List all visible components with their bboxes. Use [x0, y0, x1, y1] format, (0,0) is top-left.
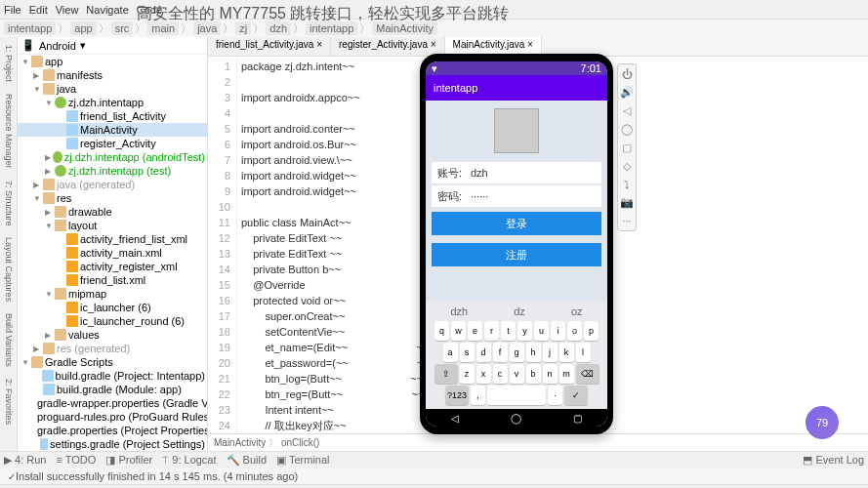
tree-node[interactable]: ▼res [18, 191, 207, 205]
emu-sidebar-btn[interactable]: ··· [622, 215, 631, 226]
floating-badge[interactable]: 79 [806, 406, 839, 439]
key[interactable]: r [484, 321, 499, 341]
rail-tab[interactable]: 2: Favorites [3, 375, 15, 428]
tree-node[interactable]: friend_list_Activity [18, 109, 207, 123]
tree-node[interactable]: ▶res (generated) [18, 342, 207, 355]
key[interactable]: ⇧ [434, 364, 458, 384]
key[interactable]: i [551, 321, 565, 341]
soft-keyboard[interactable]: dzhdzoz qwertyuiop asdfghjkl ⇧zxcvbnm⌫ ?… [426, 302, 607, 409]
tree-node[interactable]: ▶manifests [18, 68, 207, 82]
editor-tab[interactable]: register_Activity.java × [331, 37, 445, 56]
key[interactable]: ✓ [564, 386, 588, 405]
nav-back[interactable]: ◁ [451, 413, 459, 424]
key[interactable]: h [526, 343, 541, 362]
avatar-image[interactable] [494, 108, 539, 153]
tree-node[interactable]: ic_launcher_round (6) [18, 314, 207, 328]
emu-sidebar-btn[interactable]: ▢ [622, 142, 632, 154]
rail-tab[interactable]: 1: Project [3, 41, 15, 86]
key[interactable]: w [451, 321, 466, 341]
tree-node[interactable]: activity_register_xml [18, 260, 207, 273]
bottom-tab[interactable]: 🔨 Build [227, 454, 268, 466]
key[interactable]: · [548, 386, 562, 405]
tree-node[interactable]: build.gradle (Module: app) [18, 383, 207, 396]
rail-tab[interactable]: Build Variants [3, 309, 15, 371]
key[interactable]: t [501, 321, 516, 341]
rail-tab[interactable]: Layout Captures [3, 233, 15, 305]
key[interactable]: k [559, 343, 574, 362]
tree-node[interactable]: ▼zj.dzh.intentapp [18, 96, 207, 109]
bottom-tab[interactable]: ⍑ 9: Logcat [162, 454, 216, 466]
tree-node[interactable]: ▼Gradle Scripts [18, 355, 207, 369]
menu-edit[interactable]: Edit [29, 4, 48, 16]
tree-node[interactable]: ▼java [18, 82, 207, 96]
key[interactable]: u [534, 321, 549, 341]
event-log-tab[interactable]: ⬒ Event Log [803, 454, 864, 467]
key[interactable]: j [543, 343, 558, 362]
nav-recent[interactable]: ▢ [573, 413, 582, 424]
emu-sidebar-btn[interactable]: ◁ [623, 104, 631, 117]
key[interactable]: x [476, 364, 491, 384]
key[interactable]: ⌫ [576, 364, 599, 384]
key[interactable]: s [460, 343, 475, 362]
tree-node[interactable]: ▶zj.dzh.intentapp (androidTest) [18, 150, 207, 164]
key[interactable] [487, 386, 546, 405]
bottom-tab[interactable]: ▣ Terminal [276, 454, 329, 466]
tree-node[interactable]: ▶drawable [18, 205, 207, 219]
rail-tab[interactable]: Resource Manager [3, 90, 15, 173]
key[interactable]: o [567, 321, 582, 341]
key[interactable]: g [510, 343, 524, 362]
key[interactable]: d [476, 343, 491, 362]
password-field[interactable]: 密码:······ [432, 185, 601, 207]
emu-sidebar-btn[interactable]: 📷 [620, 196, 634, 209]
crumb-item[interactable]: app [70, 21, 96, 35]
tree-node[interactable]: activity_main.xml [18, 246, 207, 260]
crumb-item[interactable]: intentapp [4, 21, 56, 35]
key[interactable]: b [526, 364, 541, 384]
editor-breadcrumb[interactable]: MainActivity 〉 onClick() [208, 433, 868, 451]
tree-node[interactable]: gradle.properties (Project Properties) [18, 424, 207, 437]
key[interactable]: , [471, 386, 485, 405]
menu-file[interactable]: File [4, 4, 21, 16]
tree-header[interactable]: 📱 Android ▾ [18, 37, 207, 55]
register-button[interactable]: 注册 [432, 243, 601, 266]
tree-node[interactable]: ▶java (generated) [18, 178, 207, 191]
menu-view[interactable]: View [56, 4, 79, 16]
key[interactable]: e [468, 321, 482, 341]
crumb-item[interactable]: src [111, 21, 134, 35]
username-field[interactable]: 账号:dzh [432, 162, 601, 183]
key[interactable]: v [510, 364, 524, 384]
rail-tab[interactable]: 7: Structure [3, 177, 15, 230]
key[interactable]: c [493, 364, 508, 384]
key[interactable]: f [493, 343, 508, 362]
key[interactable]: q [434, 321, 449, 341]
tree-node[interactable]: gradle-wrapper.properties (Gradle Versio… [18, 396, 207, 410]
tree-node[interactable]: ▶values [18, 328, 207, 342]
run-tab[interactable]: ▶ 4: Run [4, 454, 46, 467]
tree-node[interactable]: ▼mipmap [18, 287, 207, 301]
nav-home[interactable]: ◯ [511, 413, 521, 424]
emu-sidebar-btn[interactable]: ◯ [621, 123, 633, 136]
emu-sidebar-btn[interactable]: 🔊 [620, 86, 634, 99]
tree-node[interactable]: proguard-rules.pro (ProGuard Rules for a… [18, 410, 207, 424]
project-tree[interactable]: 📱 Android ▾ ▼app▶manifests▼java▼zj.dzh.i… [18, 37, 208, 451]
key[interactable]: ?123 [445, 386, 469, 405]
tree-node[interactable]: ▼app [18, 55, 207, 68]
login-button[interactable]: 登录 [432, 212, 601, 235]
tree-node[interactable]: ▶zj.dzh.intentapp (test) [18, 164, 207, 178]
key[interactable]: z [460, 364, 475, 384]
key[interactable]: a [443, 343, 458, 362]
key[interactable]: p [584, 321, 599, 341]
key[interactable]: n [543, 364, 558, 384]
emu-sidebar-btn[interactable]: ⏻ [622, 68, 633, 80]
emu-sidebar-btn[interactable]: ⤵ [624, 179, 630, 190]
tree-node[interactable]: ic_launcher (6) [18, 301, 207, 314]
tree-node[interactable]: settings.gradle (Project Settings) [18, 437, 207, 451]
tree-node[interactable]: friend_list.xml [18, 273, 207, 287]
tree-node[interactable]: MainActivity [18, 123, 207, 137]
tree-node[interactable]: ▼layout [18, 219, 207, 232]
tree-node[interactable]: activity_friend_list_xml [18, 232, 207, 246]
key[interactable]: y [517, 321, 532, 341]
key[interactable]: l [576, 343, 591, 362]
emu-sidebar-btn[interactable]: ◇ [623, 160, 631, 173]
tree-node[interactable]: register_Activity [18, 137, 207, 150]
